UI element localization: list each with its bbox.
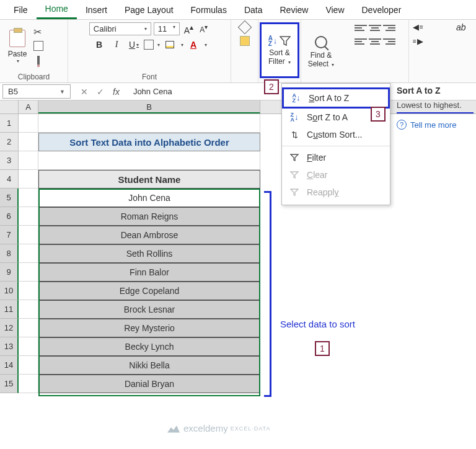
tab-file[interactable]: File (5, 1, 37, 19)
header-cell[interactable]: Student Name (38, 170, 260, 189)
watermark: exceldemy EXCEL·DATA (167, 423, 270, 433)
increase-indent-button[interactable]: ≡▶ (413, 37, 423, 46)
underline-button[interactable]: U▾ (126, 38, 141, 51)
tab-insert[interactable]: Insert (77, 1, 116, 19)
column-header-b[interactable]: B (38, 100, 260, 113)
paste-button[interactable]: Paste ▾ (4, 25, 31, 68)
bold-button[interactable]: B (92, 38, 107, 51)
orientation-button[interactable] (237, 20, 252, 35)
font-name-combo[interactable]: Calibri▾ (89, 22, 151, 35)
reapply-icon (288, 189, 301, 196)
callout-3: 3 (371, 107, 386, 122)
align-center-button[interactable] (369, 36, 381, 47)
data-cell[interactable]: Dean Ambrose (38, 226, 260, 244)
tab-view[interactable]: View (317, 1, 353, 19)
sort-za-icon: ZA↓ (288, 112, 301, 122)
data-cell[interactable]: Rey Mysterio (38, 319, 260, 337)
data-cell[interactable]: Roman Reigns (38, 207, 260, 226)
data-cell[interactable]: Nikki Bella (38, 356, 260, 375)
row-header[interactable]: 15 (0, 375, 19, 393)
border-button[interactable] (144, 40, 154, 50)
tab-review[interactable]: Review (271, 1, 317, 19)
row-header[interactable]: 3 (0, 151, 19, 170)
decrease-indent-button[interactable]: ◀≡ (413, 22, 423, 32)
select-all-corner[interactable] (0, 100, 19, 113)
row-header[interactable]: 14 (0, 356, 19, 375)
sort-icon: AZ↓ (268, 35, 278, 47)
row-header[interactable]: 6 (0, 207, 19, 226)
enter-formula-button[interactable]: ✓ (97, 87, 104, 97)
bracket-icon (264, 191, 271, 397)
row-header[interactable]: 5 (0, 189, 19, 207)
sort-az-icon: AZ↓ (290, 93, 302, 103)
row-header[interactable]: 2 (0, 133, 19, 151)
tab-developer[interactable]: Developer (353, 1, 410, 19)
fx-button[interactable]: fx (113, 87, 120, 97)
clipboard-icon (9, 30, 25, 47)
row-header[interactable]: 1 (0, 114, 19, 133)
italic-button[interactable]: I (109, 38, 124, 51)
row-header[interactable]: 12 (0, 319, 19, 337)
cut-button[interactable] (33, 26, 45, 37)
wrap-text-button[interactable]: ab (456, 22, 467, 32)
align-right-button[interactable] (383, 36, 395, 47)
clear-item: Clear (282, 166, 390, 184)
row-header[interactable]: 8 (0, 244, 19, 263)
ribbon: Paste ▾ Clipboard Calibri▾ 11▾ A▴ A▾ B I… (0, 20, 476, 83)
font-color-button[interactable]: A (186, 38, 201, 51)
reapply-item: Reapply (282, 184, 390, 201)
sort-a-to-z-item[interactable]: AZ↓ Sort A to Z (282, 87, 390, 109)
chevron-down-icon: ▾ (17, 58, 19, 64)
copy-button[interactable] (33, 41, 45, 52)
tab-formulas[interactable]: Formulas (182, 1, 236, 19)
data-cell[interactable]: Seth Rollins (38, 244, 260, 263)
spreadsheet-grid: 1 2Sort Text Data into Alphabetic Order … (0, 114, 476, 393)
data-cell[interactable]: John Cena (38, 189, 260, 207)
tooltip: Sort A to Z Lowest to highest. ?Tell me … (397, 86, 474, 130)
data-cell[interactable]: Brock Lesnar (38, 300, 260, 319)
row-header[interactable]: 4 (0, 170, 19, 189)
font-group-label: Font (72, 71, 227, 81)
row-header[interactable]: 7 (0, 226, 19, 244)
increase-font-button[interactable]: A▴ (182, 23, 195, 35)
decrease-font-button[interactable]: A▾ (198, 24, 209, 34)
data-cell[interactable]: Becky Lynch (38, 337, 260, 356)
row-header[interactable]: 10 (0, 282, 19, 300)
column-header-a[interactable]: A (19, 100, 38, 113)
font-size-combo[interactable]: 11▾ (154, 22, 180, 35)
custom-sort-item[interactable]: ⇅ Custom Sort... (282, 126, 390, 143)
help-icon: ? (397, 120, 407, 130)
sort-filter-button[interactable]: AZ↓ Sort &Filter ▾ (260, 22, 299, 78)
paste-label: Paste (8, 50, 27, 58)
cancel-formula-button[interactable]: ✕ (81, 87, 88, 97)
callout-1: 1 (315, 341, 330, 356)
align-left-button[interactable] (355, 36, 367, 47)
cell-styles-button[interactable] (240, 36, 250, 46)
find-select-button[interactable]: Find &Select ▾ (303, 36, 339, 68)
ribbon-tabs: File Home Insert Page Layout Formulas Da… (0, 0, 476, 20)
clear-filter-icon (288, 171, 301, 179)
align-top-button[interactable] (355, 22, 367, 33)
row-header[interactable]: 13 (0, 337, 19, 356)
search-icon (315, 36, 327, 48)
data-cell[interactable]: Edge Copeland (38, 282, 260, 300)
fill-color-button[interactable] (162, 38, 177, 51)
align-bottom-button[interactable] (383, 22, 395, 33)
filter-item[interactable]: Filter (282, 149, 390, 166)
tab-pagelayout[interactable]: Page Layout (116, 1, 182, 19)
tab-home[interactable]: Home (37, 0, 77, 19)
title-cell[interactable]: Sort Text Data into Alphabetic Order (38, 133, 260, 151)
row-header[interactable]: 9 (0, 263, 19, 282)
name-box[interactable]: B5▼ (2, 84, 71, 99)
data-cell[interactable]: Finn Balor (38, 263, 260, 282)
watermark-icon (167, 424, 180, 433)
tell-me-more-link[interactable]: ?Tell me more (397, 120, 474, 130)
custom-sort-icon: ⇅ (288, 130, 301, 140)
format-painter-button[interactable] (33, 56, 45, 67)
align-middle-button[interactable] (369, 22, 381, 33)
row-header[interactable]: 11 (0, 300, 19, 319)
clipboard-group-label: Clipboard (4, 71, 64, 81)
tab-data[interactable]: Data (236, 1, 271, 19)
data-cell[interactable]: Danial Bryan (38, 375, 260, 393)
sort-filter-label: Sort &Filter ▾ (268, 49, 291, 65)
